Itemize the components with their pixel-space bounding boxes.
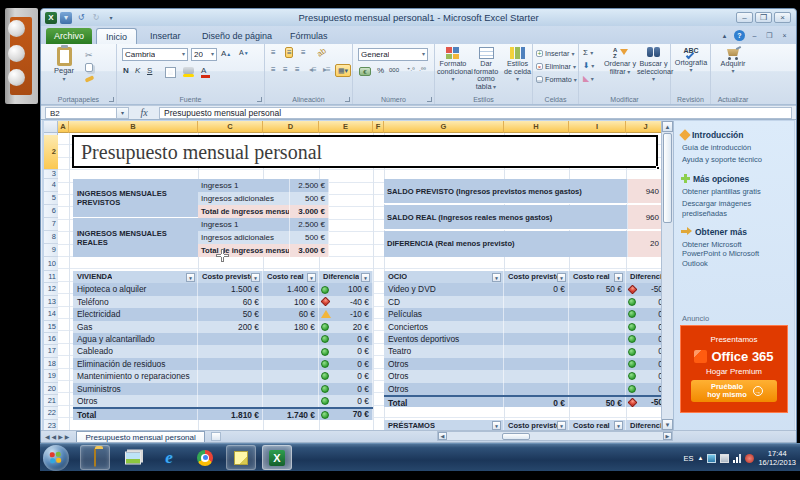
income-prev-label[interactable]: INGRESOS MENSUALES PREVISTOS: [73, 179, 198, 218]
filter-icon[interactable]: ▾: [557, 273, 566, 282]
column-header[interactable]: E: [319, 121, 373, 133]
italic-button[interactable]: K: [135, 66, 140, 75]
row-header[interactable]: 4: [44, 179, 58, 192]
doc-minimize-icon[interactable]: –: [749, 30, 760, 41]
align-right-button[interactable]: ≡: [295, 65, 299, 74]
table-row[interactable]: Conciertos0 €: [384, 321, 666, 333]
filter-icon[interactable]: ▾: [361, 273, 370, 282]
scroll-left-icon[interactable]: ◀: [438, 432, 447, 440]
vertical-scrollbar[interactable]: ▲ ▼: [661, 121, 673, 430]
tab-diseno[interactable]: Diseño de página: [193, 28, 281, 44]
format-cells-button[interactable]: Formato▾: [536, 75, 577, 84]
restore-button[interactable]: ❒: [755, 12, 772, 23]
taskbar-sticky-notes[interactable]: [226, 445, 256, 470]
align-top-button[interactable]: ≡: [271, 48, 275, 57]
table-row[interactable]: Otros0 €: [384, 383, 666, 395]
table-row[interactable]: Otros0 €: [384, 358, 666, 370]
link-ayuda[interactable]: Ayuda y soporte técnico: [682, 155, 794, 164]
title-cell[interactable]: Presupuesto mensual personal: [72, 135, 658, 168]
doc-restore-icon[interactable]: ❒: [764, 30, 775, 41]
table-row[interactable]: Electricidad50 €60 €-10 €: [73, 308, 373, 320]
try-now-button[interactable]: Pruébalo hoy mismo→: [691, 380, 777, 402]
link-imagenes[interactable]: Descargar imágenes prediseñadas: [682, 199, 794, 218]
grow-font-button[interactable]: A▲: [221, 49, 231, 58]
filter-icon[interactable]: ▾: [492, 273, 501, 282]
decrease-decimal-button[interactable]: ·⁰⁰: [419, 66, 426, 73]
insert-worksheet-icon[interactable]: [211, 432, 221, 441]
balance-row[interactable]: DIFERENCIA (Real menos previsto)20: [384, 231, 663, 257]
table-row[interactable]: Otros0 €: [384, 370, 666, 382]
taskbar-excel[interactable]: X: [262, 445, 292, 470]
font-dialog-launcher[interactable]: [257, 97, 262, 102]
name-box[interactable]: B2: [45, 107, 117, 119]
spelling-button[interactable]: ABC Ortografía ▾: [674, 47, 708, 73]
shrink-font-button[interactable]: A▼: [239, 49, 249, 56]
vertical-scroll-thumb[interactable]: [663, 133, 672, 223]
income-row[interactable]: Ingresos adicionales500 €: [198, 231, 329, 244]
bold-button[interactable]: N: [123, 66, 129, 75]
paste-button[interactable]: Pegar ▾: [49, 47, 79, 82]
number-format-combo[interactable]: General▾: [358, 48, 428, 61]
row-header[interactable]: 14: [44, 308, 58, 320]
link-plantillas[interactable]: Obtener plantillas gratis: [682, 187, 794, 196]
scroll-right-icon[interactable]: ▶: [663, 432, 672, 440]
align-middle-button[interactable]: ≡: [285, 47, 293, 58]
row-header[interactable]: 20: [44, 383, 58, 395]
language-indicator[interactable]: ES: [683, 454, 693, 463]
income-row[interactable]: Total de ingresos mensuales3.000 €: [198, 205, 329, 218]
row-header[interactable]: 9: [44, 244, 58, 257]
column-header[interactable]: B: [69, 121, 198, 133]
row-header[interactable]: 10: [44, 257, 58, 271]
office365-ad[interactable]: Presentamos Office 365 Hogar Premium Pru…: [680, 325, 788, 413]
row-header[interactable]: 7: [44, 218, 58, 231]
row-header[interactable]: 19: [44, 370, 58, 382]
font-name-combo[interactable]: Cambria▾: [122, 48, 188, 61]
row-header[interactable]: 21: [44, 395, 58, 407]
table-total-row[interactable]: Total0 €50 €-50 €: [384, 395, 666, 407]
row-header[interactable]: 2: [44, 135, 58, 170]
horizontal-scroll-thumb[interactable]: [502, 433, 530, 440]
filter-icon[interactable]: ▾: [492, 421, 501, 430]
income-row[interactable]: Ingresos adicionales500 €: [198, 192, 329, 205]
row-header[interactable]: 17: [44, 345, 58, 357]
income-real-label[interactable]: INGRESOS MENSUALES REALES: [73, 218, 198, 257]
tab-formulas[interactable]: Fórmulas: [281, 28, 337, 44]
name-box-dropdown-icon[interactable]: ▾: [117, 107, 129, 119]
column-header[interactable]: I: [569, 121, 626, 133]
row-header[interactable]: 18: [44, 358, 58, 370]
copy-button[interactable]: [85, 61, 94, 73]
balance-row[interactable]: SALDO PREVISTO (Ingresos previstos menos…: [384, 179, 663, 204]
table-total-row[interactable]: Total1.810 €1.740 €70 €: [73, 407, 373, 419]
taskbar-internet-explorer[interactable]: e: [154, 445, 184, 470]
filter-icon[interactable]: ▾: [614, 421, 623, 430]
tray-monitor-icon[interactable]: [707, 454, 716, 463]
align-left-button[interactable]: ≡: [271, 65, 275, 74]
filter-icon[interactable]: ▾: [614, 273, 623, 282]
sheet-nav-buttons[interactable]: ◀◀▶▶: [45, 433, 71, 440]
number-dialog-launcher[interactable]: [427, 97, 432, 102]
horizontal-scrollbar[interactable]: ◀ ▶: [437, 431, 673, 441]
cell-styles-button[interactable]: Estilos de celda ▾: [503, 47, 532, 83]
increase-indent-button[interactable]: ▸≡: [323, 65, 330, 74]
tray-network-icon[interactable]: [733, 454, 741, 463]
table-row[interactable]: Eventos deportivos0 €: [384, 333, 666, 345]
percent-button[interactable]: %: [377, 66, 384, 75]
cells-area[interactable]: Presupuesto mensual personal INGRESOS ME…: [58, 133, 715, 430]
row-header[interactable]: 12: [44, 283, 58, 295]
table-row[interactable]: Video y DVD0 €50 €-50 €: [384, 283, 666, 295]
column-header[interactable]: F: [373, 121, 384, 133]
acquire-button[interactable]: Adquirir ▾: [716, 47, 750, 74]
fill-color-button[interactable]: [183, 67, 194, 77]
income-row[interactable]: Ingresos 12.500 €: [198, 179, 329, 192]
row-header[interactable]: 3: [44, 170, 58, 179]
sheet-tab[interactable]: Presupuesto mensual personal: [76, 431, 204, 442]
column-header[interactable]: C: [198, 121, 263, 133]
comma-style-button[interactable]: 000: [389, 67, 399, 73]
row-header[interactable]: 11: [44, 271, 58, 283]
row-header[interactable]: 8: [44, 231, 58, 244]
table-row[interactable]: Otros0 €: [73, 395, 373, 407]
row-header[interactable]: 15: [44, 321, 58, 333]
filter-icon[interactable]: ▾: [557, 421, 566, 430]
title-bar[interactable]: X ▾ ↺ ▾ ↻ ▾ Presupuesto mensual personal…: [41, 9, 796, 26]
find-select-button[interactable]: Buscar y seleccionar ▾: [637, 47, 670, 83]
